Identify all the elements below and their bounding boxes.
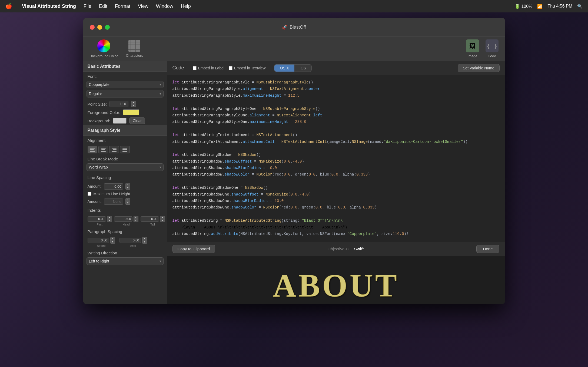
menu-view[interactable]: View bbox=[138, 4, 148, 9]
para-spacing-inputs: ▲ ▼ Before ▲ ▼ bbox=[88, 237, 162, 247]
menu-help[interactable]: Help bbox=[181, 4, 191, 9]
code-line-15: attributedStringShadow.shadowColor = NSC… bbox=[172, 171, 500, 177]
menubar-right: 🔋 100% 📶 Thu 4:56 PM 🔍 bbox=[515, 4, 583, 9]
head-label: Head bbox=[122, 223, 129, 226]
before-spacing-up[interactable]: ▲ bbox=[110, 237, 115, 240]
code-line-24: attributedString.addAttribute(NSAttribut… bbox=[172, 231, 500, 237]
line-break-dropdown[interactable]: Word Wrap ▾ bbox=[87, 163, 164, 171]
first-indent-group: ▲ ▼ First bbox=[88, 216, 112, 226]
clear-button[interactable]: Clear bbox=[129, 117, 145, 124]
code-line-10: attributedStringTextAttachment.attachmen… bbox=[172, 139, 500, 145]
head-indent-down[interactable]: ▼ bbox=[134, 219, 138, 222]
image-button[interactable]: 🖼 Image bbox=[466, 39, 479, 58]
menu-edit[interactable]: Edit bbox=[99, 4, 107, 9]
before-spacing-down[interactable]: ▼ bbox=[110, 240, 115, 244]
menu-window[interactable]: Window bbox=[156, 4, 173, 9]
code-line-14: attributedStringShadow.shadowBlurRadius … bbox=[172, 165, 500, 171]
align-right-btn[interactable] bbox=[109, 146, 119, 153]
os-x-btn[interactable]: OS X bbox=[274, 65, 294, 72]
point-size-stepper: ▲ ▼ bbox=[131, 101, 136, 107]
color-wheel-icon bbox=[97, 39, 110, 52]
point-size-down[interactable]: ▼ bbox=[131, 104, 136, 107]
main-content: Basic Attributes Font: Copperplate ▾ Reg… bbox=[83, 61, 505, 304]
menu-format[interactable]: Format bbox=[115, 4, 130, 9]
embed-textview-option[interactable]: Embed in Textview bbox=[229, 66, 265, 70]
line-spacing-down[interactable]: ▼ bbox=[125, 186, 130, 190]
line-spacing-input[interactable] bbox=[104, 183, 123, 190]
max-amount-input[interactable] bbox=[104, 198, 123, 205]
code-panel: Code Embed in Label Embed in Textview OS… bbox=[167, 61, 505, 256]
max-line-height-row: Maximum Line Height bbox=[83, 191, 167, 197]
code-label: Code bbox=[488, 54, 496, 58]
done-button[interactable]: Done bbox=[476, 245, 500, 253]
before-spacing-input[interactable] bbox=[88, 238, 109, 243]
menubar: 🍎 Visual Attributed String File Edit For… bbox=[0, 0, 588, 12]
bg-color-swatch[interactable] bbox=[113, 118, 127, 124]
first-indent-down[interactable]: ▼ bbox=[107, 219, 112, 222]
align-left-btn[interactable] bbox=[88, 146, 97, 153]
writing-direction-value: Left to Right bbox=[89, 259, 109, 263]
after-spacing-up[interactable]: ▲ bbox=[142, 237, 147, 240]
code-line-17: let attributedStringShadowOne = NSShadow… bbox=[172, 185, 500, 191]
code-button[interactable]: { } Code bbox=[486, 39, 499, 58]
embed-label-checkbox[interactable] bbox=[193, 66, 197, 70]
tail-indent-down[interactable]: ▼ bbox=[160, 219, 165, 222]
font-style-dropdown[interactable]: Regular ▾ bbox=[87, 90, 164, 97]
code-content[interactable]: let attributedStringParagraphStyle = NSM… bbox=[167, 75, 505, 242]
point-size-input[interactable] bbox=[109, 101, 128, 107]
align-justify-btn[interactable] bbox=[120, 146, 130, 153]
embed-label-option[interactable]: Embed in Label bbox=[193, 66, 224, 70]
after-spacing-down[interactable]: ▼ bbox=[142, 240, 147, 244]
preview-text: ABOUT bbox=[273, 267, 399, 304]
max-line-height-checkbox[interactable] bbox=[88, 192, 91, 196]
max-amount-down[interactable]: ▼ bbox=[125, 201, 130, 205]
point-size-up[interactable]: ▲ bbox=[131, 101, 136, 104]
code-line-22: let attributedString = NSMutableAttribut… bbox=[172, 218, 500, 224]
writing-direction-arrow: ▾ bbox=[160, 259, 161, 263]
after-spacing-stepper: ▲ ▼ bbox=[142, 237, 147, 244]
tail-indent-input[interactable] bbox=[141, 216, 159, 222]
toolbar: Background Color Characters 🖼 Image bbox=[83, 37, 505, 61]
line-spacing-up[interactable]: ▲ bbox=[125, 183, 130, 186]
code-line-2: attributedStringParagraphStyle.alignment… bbox=[172, 86, 500, 92]
head-indent-up[interactable]: ▲ bbox=[134, 216, 138, 219]
head-indent-input[interactable] bbox=[114, 216, 132, 222]
font-row: Font: bbox=[83, 72, 167, 81]
line-spacing-stepper: ▲ ▼ bbox=[125, 183, 130, 190]
bg-color-button[interactable]: Background Color bbox=[90, 39, 118, 58]
copy-to-clipboard-button[interactable]: Copy to Clipboard bbox=[172, 245, 215, 253]
objc-btn[interactable]: Objective-C bbox=[328, 247, 349, 251]
menu-file[interactable]: File bbox=[84, 4, 91, 9]
minimize-button[interactable] bbox=[97, 25, 102, 30]
menu-app-name[interactable]: Visual Attributed String bbox=[22, 4, 76, 9]
apple-menu[interactable]: 🍎 bbox=[5, 3, 12, 9]
close-button[interactable] bbox=[90, 25, 95, 30]
image-label: Image bbox=[467, 54, 477, 58]
os-toggle: OS X iOS bbox=[274, 64, 312, 72]
writing-direction-dropdown[interactable]: Left to Right ▾ bbox=[87, 257, 164, 265]
set-variable-name-button[interactable]: Set Variable Name bbox=[458, 64, 499, 72]
code-line-5: let attributedStringParagraphStyleOne = … bbox=[172, 106, 500, 112]
first-label: First bbox=[97, 223, 102, 226]
align-center-btn[interactable] bbox=[98, 146, 108, 153]
after-spacing-input[interactable] bbox=[119, 238, 141, 243]
font-family-dropdown[interactable]: Copperplate ▾ bbox=[87, 81, 164, 88]
line-spacing-label: Line Spacing bbox=[88, 175, 112, 180]
code-line-blank-3 bbox=[172, 145, 500, 151]
code-line-3: attributedStringParagraphStyle.maximumLi… bbox=[172, 93, 500, 99]
max-amount-up[interactable]: ▲ bbox=[125, 198, 130, 201]
first-indent-up[interactable]: ▲ bbox=[107, 216, 112, 219]
ios-btn[interactable]: iOS bbox=[294, 65, 311, 72]
image-icon: 🖼 bbox=[466, 39, 479, 52]
code-line-18: attributedStringShadowOne.shadowOffset =… bbox=[172, 191, 500, 197]
maximize-button[interactable] bbox=[105, 25, 110, 30]
fg-color-swatch[interactable] bbox=[123, 109, 139, 115]
swift-btn[interactable]: Swift bbox=[354, 247, 364, 251]
before-spacing-group: ▲ ▼ Before bbox=[88, 237, 115, 247]
characters-button[interactable]: Characters bbox=[126, 40, 143, 58]
embed-textview-checkbox[interactable] bbox=[229, 66, 232, 70]
window-title: 🚀 BlastOff bbox=[282, 25, 306, 30]
search-icon[interactable]: 🔍 bbox=[577, 4, 583, 9]
tail-indent-up[interactable]: ▲ bbox=[160, 216, 165, 219]
first-indent-input[interactable] bbox=[88, 216, 106, 222]
